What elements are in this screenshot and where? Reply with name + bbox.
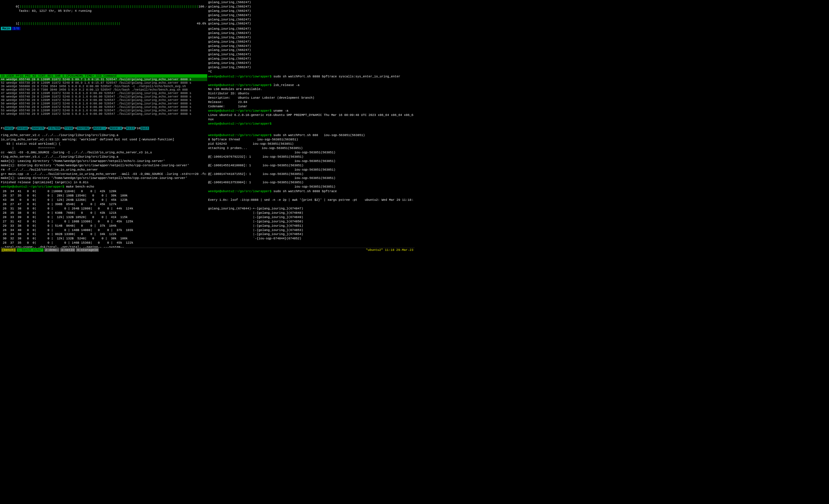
pstree-line-4: |-{golang_iouring_}(674850) [208,220,413,224]
golang-line-16: golang_iouring_(566247) [208,61,413,65]
vmstat-row-11: 30 32 38 0 0| 0 | 12k| 132B 5248| 0 0 | … [1,236,206,241]
process-row-50[interactable]: 50 weedge 655740 20 0 1209M 31872 5248 S… [0,102,207,105]
vmstat-row-10: 29 34 38 0 0| 0 | 902B 13308| 0 0 | 34k … [1,232,206,236]
bpf-attaching: Attaching 3 probes...iou-sqp-563851(5638… [208,146,413,150]
htop-cpu-panel: 0[||||||||||||||||||||||||||||||||||||||… [0,0,207,27]
lsb-cmd: weedge@ubuntu2:~/go/src/iowrapper$ lsb_r… [208,83,413,87]
blank-r1 [208,194,413,198]
golang-line-9: golang_iouring_(566247) [208,31,413,35]
htop-function-bar: F1Help F2Setup F3Search F4FILTER F5Tree … [0,126,207,133]
pstree-line-1: golang_iouring_(674844)-+-{golang_iourin… [208,206,413,211]
fn-quit[interactable]: F10Quit [135,126,149,132]
process-row-53[interactable]: 53 weedge 655740 20 0 1209M 31872 5248 S… [0,109,207,112]
screen: 0[||||||||||||||||||||||||||||||||||||||… [0,0,414,252]
process-table-header: ID USER PPID PRI NI VIRT RES SHR S CPU%v… [0,74,207,78]
vmstat-row-1: 28 37 35 0 0| 0 | 28k| 198B 13548| 0 0 |… [1,194,206,198]
fn-sortby[interactable]: F6SortBy [73,126,89,132]
fn-nice-minus[interactable]: F7Nice - [89,126,106,132]
lsb-distributor: Distributor ID: Ubuntu [208,91,413,96]
status-right: "ubuntu2" 11:18 29-Mar-23 [366,248,413,252]
fn-nice-plus[interactable]: F8Nice + [106,126,122,132]
uname-output-2: nux [208,117,413,122]
bpf-blank-5: iou-sqp-563851(563851) [208,185,413,189]
golang-line-10: golang_iouring_(566247) [208,35,413,40]
right-watch-lsb: weedge@ubuntu2:~/go/src/iowrapper$ sudo … [207,74,414,126]
process-rows: 44 weedge 655740 20 0 1209M 31872 5248 S… [0,78,207,116]
blank-r2 [208,202,413,206]
pstree-line-8: `-{iou-sqp-674844}(674852) [208,236,413,241]
process-row-44[interactable]: 44 weedge 655740 20 0 1209M 31872 5248 S… [0,78,207,81]
golang-line-12: golang_iouring_(566247) [208,44,413,48]
fn-search[interactable]: F3Search [28,126,44,132]
bpf-blank-2: iou-sqp-563851(563851) [208,159,413,163]
golang-line-6: golang_iouring_(566247) [208,22,413,26]
build-line-9: rm -f ../../.../build/coroutine_io_uring… [1,168,206,172]
process-row-51[interactable]: 51 weedge 655740 20 0 1209M 31872 5248 S… [0,105,207,109]
status-bar: [bench] 1:bench-echo* 2:demo- 3:netIO 4:… [0,248,414,252]
vmstat-panel: 26 34 41 0 0| 0 |10008 11848| 0 0 | 42k … [0,189,207,248]
tab-io[interactable]: I/O [12,27,21,30]
status-tab-4[interactable]: 4:storageIO [76,248,99,252]
process-row-47[interactable]: 47 weedge 655740 20 0 1209M 31872 5248 S… [0,91,207,95]
vmstat-row-4: 26 31 38 0 0| 0 | 0 | 264B 12808| 0 0 | … [1,206,206,211]
fn-tree[interactable]: F5Tree [61,126,73,132]
fn-kill[interactable]: F9Kill [122,126,135,132]
process-row-54[interactable]: 54 weedge 655740 20 0 1209M 31872 5248 S… [0,112,207,116]
golang-line-14: golang_iouring_(566247) [208,52,413,57]
watch-cmd-1: weedge@ubuntu2:~/go/src/iowrapper$ sudo … [208,75,413,79]
build-line-3: 93 | static void workload() { [1,142,206,146]
process-row-40[interactable]: 40 weedge 655740 20 0 7388 3840 3456 S 0… [0,88,207,91]
process-table-area: ID USER PPID PRI NI VIRT RES SHR S CPU%v… [0,74,207,126]
build-line-7: make[1]: Leaving directory '/home/weedge… [1,159,206,163]
vmstat-row-3: 26 27 47 0 0| 0 | 398B 8548| 0 0 | 45k 1… [1,202,206,206]
pstree-line-7: |-{golang_iouring_}(674854) [208,232,413,236]
status-tab-bench[interactable]: [bench] [1,248,16,252]
prompt-empty: weedge@ubuntu2:~/go/src/iowrapper$ [208,122,413,126]
golang-line-11: golang_iouring_(566247) [208,40,413,44]
status-tab-3[interactable]: 3:netIO [60,248,75,252]
bpf-cmd-1: weedge@ubuntu2:~/go/src/iowrapper$ sudo … [208,133,413,138]
build-line-4: | ^~~~~~~~~ [1,146,206,150]
build-line-10: g++ main.cpp -o ../../.../build/coroutin… [1,172,206,176]
cpu-bar-1: 1[||||||||||||||||||||||||||||||||||||||… [1,17,206,27]
tab-main[interactable]: Main [1,27,11,30]
process-row-48[interactable]: 48 weedge 655740 20 0 1209M 31872 5248 S… [0,95,207,99]
golang-line-8: golang_iouring_(566247) [208,27,413,31]
pstree-line-2: |-{golang_iouring_}(674848) [208,211,413,215]
status-tab-2[interactable]: 2:demo- [44,248,59,252]
process-row-52[interactable]: 52 weedge 655739 20 0 1209M 31872 5248 R… [0,81,207,85]
fn-setup[interactable]: F2Setup [13,126,28,132]
watch-cmd-2: weedge@ubuntu2:~/go/src/iowrapper$ sudo … [208,189,413,194]
pstree-line-5: |-{golang_iouring_}(674851) [208,224,413,228]
lsb-description: Description: Ubuntu Lunar Lobster (devel… [208,96,413,100]
golang-line-3: golang_iouring_(566247) [208,9,413,13]
bpf-at-3: @[-1060147441871552]: 1iou-sqp-563851(56… [208,172,413,176]
build-line-5: cc -Wall -O3 -D_GNU_SOURCE -luring -I ..… [1,150,206,155]
bpf-blank-3: iou-sqp-563851(563851) [208,168,413,172]
golang-line-1: golang_iouring_(566247) [208,0,413,5]
process-row-39[interactable]: 39 weedge 566800 20 0 7256 3584 3456 S 0… [0,85,207,88]
status-tabs: [bench] 1:bench-echo* 2:demo- 3:netIO 4:… [1,248,99,252]
vmstat-row-0: 26 34 41 0 0| 0 |10008 11848| 0 0 | 42k … [1,189,206,194]
vmstat-row-12: 28 37 35 0 0| 0 | 0 | 146B 15368| 0 0 | … [1,241,206,245]
right-bpftrace-panel: weedge@ubuntu2:~/go/src/iowrapper$ sudo … [207,133,414,189]
status-tab-1[interactable]: 1:bench-echo* [17,248,43,252]
golang-line-4: golang_iouring_(566247) [208,13,413,17]
fn-filter[interactable]: F4FILTER [44,126,61,132]
fn-help[interactable]: F1Help [1,126,13,132]
golang-line-13: golang_iouring_(566247) [208,48,413,52]
vmstat-dsk-header: --total-cpu-usage-- -dsk/total- -net/tot… [1,245,206,248]
vmstat-row-2: 43 38 0 0 0| 0 | 12k| 264B 12268| 0 0 | … [1,198,206,202]
build-output-panel: ring_echo_server_v2.c ../../.../iouring/… [0,133,207,189]
golang-line-5: golang_iouring_(566247) [208,17,413,22]
bpf-at-2: @[-1060145514810088]: 1iou-sqp-563851(56… [208,163,413,168]
golang-line-15: golang_iouring_(566247) [208,57,413,61]
build-line-6: ring_echo_server_v3.c ../../.../iouring/… [1,155,206,159]
pstree-header: Every 1.0s: lsof -itcp:8888 | sed -n -e … [208,198,413,202]
right-golang-lines: golang_iouring_(566247) golang_iouring_(… [207,0,414,27]
build-prompt-1: weedge@ubuntu2:~/go/src/iowrapper$ make … [1,185,206,189]
htop-tabs: Main I/O [0,27,207,31]
cpu-bar-0: 0[||||||||||||||||||||||||||||||||||||||… [1,0,206,17]
lsb-codename: Codename: lunar [208,105,413,109]
process-row-49[interactable]: 49 weedge 655740 20 0 1209M 31872 5248 S… [0,99,207,102]
